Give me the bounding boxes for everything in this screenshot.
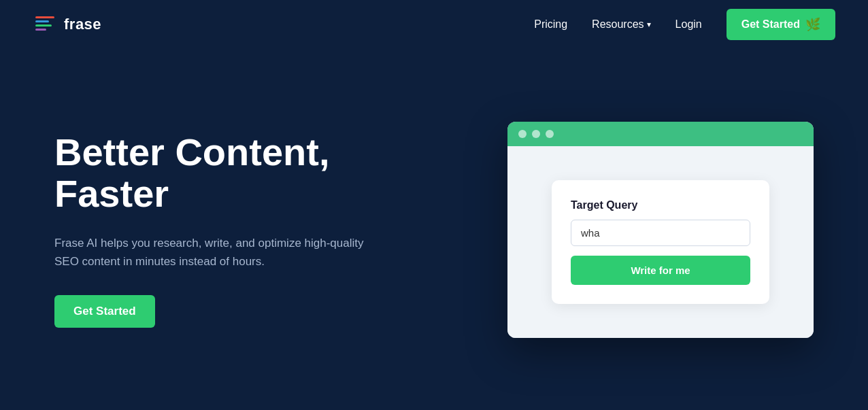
hero-title-line2: Faster	[54, 172, 169, 215]
browser-titlebar	[507, 122, 814, 146]
navbar: frase Pricing Resources ▾ Login Get Star…	[0, 0, 868, 49]
nav-pricing[interactable]: Pricing	[534, 18, 567, 31]
query-input[interactable]	[571, 220, 750, 246]
hero-section: Better Content, Faster Frase AI helps yo…	[0, 49, 868, 410]
svg-rect-1	[35, 20, 49, 22]
logo-icon	[33, 12, 57, 37]
hero-left: Better Content, Faster Frase AI helps yo…	[54, 131, 367, 328]
logo[interactable]: frase	[33, 12, 101, 37]
browser-content: Target Query Write for me	[507, 146, 814, 338]
query-card: Target Query Write for me	[552, 180, 769, 304]
nav-cta-label: Get Started	[741, 18, 800, 31]
nav-links: Pricing Resources ▾ Login Get Started 🌿	[534, 9, 835, 40]
hero-title: Better Content, Faster	[54, 131, 367, 215]
svg-rect-2	[35, 24, 52, 27]
hero-get-started-button[interactable]: Get Started	[54, 295, 155, 328]
browser-dot-2	[532, 130, 540, 138]
nav-resources-label: Resources	[592, 18, 644, 31]
hero-description: Frase AI helps you research, write, and …	[54, 234, 367, 271]
hero-title-line1: Better Content,	[54, 131, 329, 173]
chevron-down-icon: ▾	[647, 20, 651, 29]
logo-text: frase	[64, 16, 101, 33]
query-label: Target Query	[571, 199, 750, 211]
nav-cta-emoji: 🌿	[805, 17, 820, 32]
svg-rect-3	[35, 29, 46, 31]
browser-mockup: Target Query Write for me	[507, 122, 814, 338]
nav-login[interactable]: Login	[675, 18, 702, 31]
nav-resources-item[interactable]: Resources ▾	[592, 18, 650, 31]
browser-dot-3	[546, 130, 554, 138]
svg-rect-0	[35, 16, 54, 18]
browser-dot-1	[518, 130, 527, 138]
nav-get-started-button[interactable]: Get Started 🌿	[727, 9, 835, 40]
demo-card-wrapper: Target Query Write for me	[507, 122, 814, 338]
write-for-me-button[interactable]: Write for me	[571, 256, 750, 285]
